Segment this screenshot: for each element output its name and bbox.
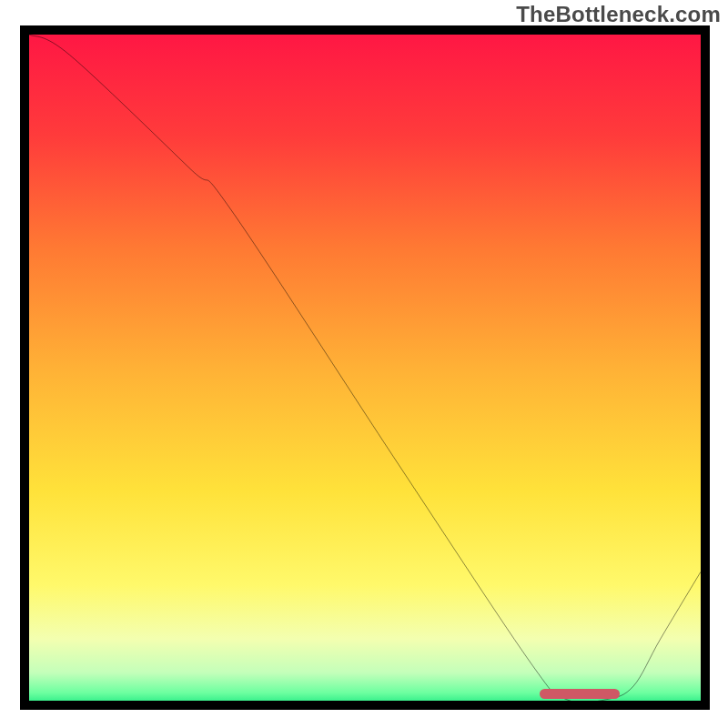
watermark-text: TheBottleneck.com — [516, 2, 721, 27]
plot-area — [29, 35, 701, 701]
bottleneck-curve — [29, 35, 701, 701]
plot-frame — [20, 25, 710, 710]
chart-container: TheBottleneck.com — [0, 0, 728, 728]
optimum-marker — [540, 689, 621, 699]
